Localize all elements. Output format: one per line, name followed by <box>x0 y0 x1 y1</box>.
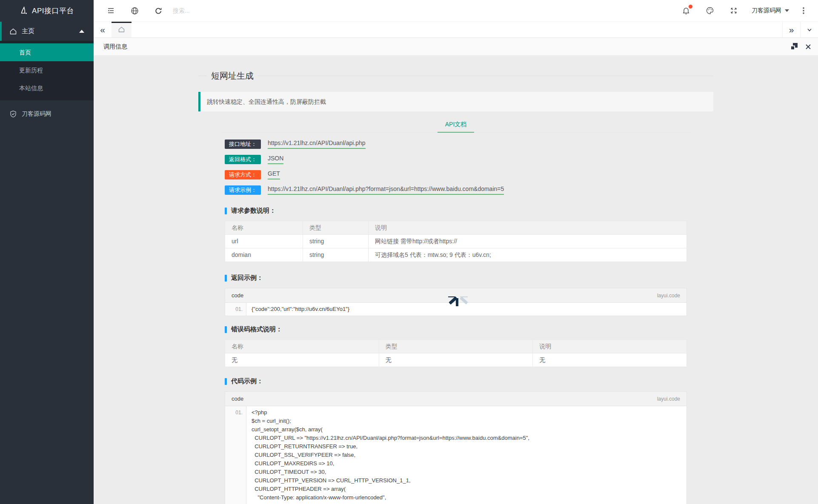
response-heading: 返回示例： <box>225 274 687 282</box>
api-row-example: 请求示例： https://v1.21lhz.cn/API/Duanl/api.… <box>225 185 687 195</box>
param-desc: 可选择域名5 代表：mtw.so; 9 代表：u6v.cn; <box>369 248 687 262</box>
sidebar-submenu: 首页 更新历程 本站信息 <box>0 41 94 100</box>
notification-dot <box>689 5 692 9</box>
page-title: 短网址生成 <box>207 70 258 82</box>
response-code-block: code layui.code 01. {"code":200,"url":"h… <box>225 288 687 316</box>
tabs-scroll-left-button[interactable]: « <box>94 22 112 37</box>
endpoint-badge: 接口地址： <box>225 140 261 149</box>
errors-col-type: 类型 <box>379 340 533 353</box>
tab-home[interactable] <box>112 22 132 37</box>
param-type: string <box>303 235 369 248</box>
top-header: 刀客源码网 <box>94 0 818 22</box>
maximize-icon[interactable] <box>790 43 798 50</box>
line-number: 01. <box>225 406 246 504</box>
user-dropdown[interactable]: 刀客源码网 <box>746 0 795 22</box>
chevron-down-icon <box>785 9 789 12</box>
api-doc: 短网址生成 跳转快速稳定、全国连通性高，防屏蔽防拦截 API文档 接口地址： h… <box>198 56 713 504</box>
notification-bell-icon[interactable] <box>674 0 698 22</box>
sidebar-item-home-parent[interactable]: 主页 <box>0 22 94 41</box>
code-body: 01. {"code":200,"url":"http://u6v.cn/6uE… <box>225 303 686 316</box>
layui-code-brand: layui.code <box>657 396 680 402</box>
table-row: domian string 可选择域名5 代表：mtw.so; 9 代表：u6v… <box>225 248 687 262</box>
example-link[interactable]: https://v1.21lhz.cn/API/Duanl/api.php?fo… <box>268 185 504 195</box>
code-label: code <box>232 396 243 402</box>
theme-palette-icon[interactable] <box>698 0 722 22</box>
format-value[interactable]: JSON <box>268 155 283 164</box>
params-heading: 请求参数说明： <box>225 207 687 215</box>
chevron-up-icon <box>79 30 84 33</box>
table-row: 无 无 无 <box>225 353 687 367</box>
sidebar-item-daoke[interactable]: 刀客源码网 <box>0 104 94 123</box>
error-type: 无 <box>379 353 533 367</box>
errors-heading: 错误码格式说明： <box>225 325 687 333</box>
code-label: code <box>232 292 243 299</box>
logo-text: API接口平台 <box>32 6 74 16</box>
error-name: 无 <box>225 353 379 367</box>
intro-quote: 跳转快速稳定、全国连通性高，防屏蔽防拦截 <box>198 92 713 111</box>
heading-bar <box>225 378 227 385</box>
home-tab-icon <box>118 26 125 33</box>
api-row-format: 返回格式： JSON <box>225 155 687 164</box>
tabs-scroll-right-button[interactable]: » <box>782 22 800 37</box>
method-value[interactable]: GET <box>268 170 280 179</box>
search-input[interactable] <box>173 7 300 14</box>
close-icon[interactable] <box>804 43 812 51</box>
sidebar-item-label: 主页 <box>22 27 34 35</box>
tabs-bar: « » <box>94 22 818 38</box>
table-header-row: 名称 类型 说明 <box>225 340 687 353</box>
home-icon <box>9 28 17 35</box>
param-name: url <box>225 235 303 248</box>
params-col-type: 类型 <box>303 221 369 235</box>
sidebar-item-siteinfo[interactable]: 本站信息 <box>0 79 94 97</box>
shield-check-icon <box>9 110 17 118</box>
doc-tab-title-row: API文档 <box>220 116 691 133</box>
code-example-heading: 代码示例： <box>225 377 687 385</box>
code-header: code layui.code <box>225 288 686 303</box>
panel-header: 调用信息 <box>94 38 818 56</box>
format-badge: 返回格式： <box>225 155 261 164</box>
param-type: string <box>303 248 369 262</box>
heading-bar <box>225 275 227 282</box>
table-row: url string 网站链接 需带http://或者https:// <box>225 235 687 248</box>
table-header-row: 名称 类型 说明 <box>225 221 687 235</box>
tabs-menu-button[interactable] <box>800 22 818 37</box>
line-number: 01. <box>225 303 246 316</box>
sidebar-item-index[interactable]: 首页 <box>0 43 94 61</box>
tabs-spacer <box>132 22 782 37</box>
globe-icon[interactable] <box>123 0 146 22</box>
doc-tab-body: 接口地址： https://v1.21lhz.cn/API/Duanl/api.… <box>220 133 691 504</box>
page-content: 短网址生成 跳转快速稳定、全国连通性高，防屏蔽防拦截 API文档 接口地址： h… <box>94 56 818 504</box>
main-area: 刀客源码网 « » <box>94 0 818 504</box>
example-badge: 请求示例： <box>225 185 261 195</box>
heading-bar <box>225 326 227 333</box>
api-row-method: 请求方式： GET <box>225 170 687 179</box>
params-col-desc: 说明 <box>369 221 687 235</box>
code-content: {"code":200,"url":"http://u6v.cn/6uEYo1"… <box>246 303 686 316</box>
code-body: 01. <?php $ch = curl_init(); curl_setopt… <box>225 406 686 504</box>
param-name: domian <box>225 248 303 262</box>
tab-api-doc[interactable]: API文档 <box>438 116 475 132</box>
sidebar: API接口平台 主页 首页 更新历程 本站信息 刀客源码网 <box>0 0 94 504</box>
fullscreen-icon[interactable] <box>722 0 746 22</box>
sidebar-item-changelog[interactable]: 更新历程 <box>0 61 94 79</box>
collapse-sidebar-icon[interactable] <box>99 0 123 22</box>
page-title-divider: 短网址生成 <box>198 70 713 82</box>
layui-code-brand: layui.code <box>657 293 680 299</box>
app-logo: API接口平台 <box>0 0 94 22</box>
more-menu-icon[interactable] <box>795 0 812 22</box>
refresh-icon[interactable] <box>146 0 170 22</box>
logo-sail-icon <box>20 6 28 16</box>
example-code-block: code layui.code 01. <?php $ch = curl_ini… <box>225 391 687 504</box>
errors-table: 名称 类型 说明 无 无 无 <box>225 339 687 367</box>
endpoint-link[interactable]: https://v1.21lhz.cn/API/Duanl/api.php <box>268 140 366 149</box>
errors-col-name: 名称 <box>225 340 379 353</box>
api-row-endpoint: 接口地址： https://v1.21lhz.cn/API/Duanl/api.… <box>225 140 687 149</box>
header-right-group: 刀客源码网 <box>674 0 812 22</box>
username-label: 刀客源码网 <box>752 7 781 14</box>
errors-col-desc: 说明 <box>533 340 687 353</box>
method-badge: 请求方式： <box>225 170 261 179</box>
panel-title: 调用信息 <box>103 43 127 51</box>
param-desc: 网站链接 需带http://或者https:// <box>369 235 687 248</box>
app-window: API接口平台 主页 首页 更新历程 本站信息 刀客源码网 <box>0 0 818 504</box>
params-col-name: 名称 <box>225 221 303 235</box>
